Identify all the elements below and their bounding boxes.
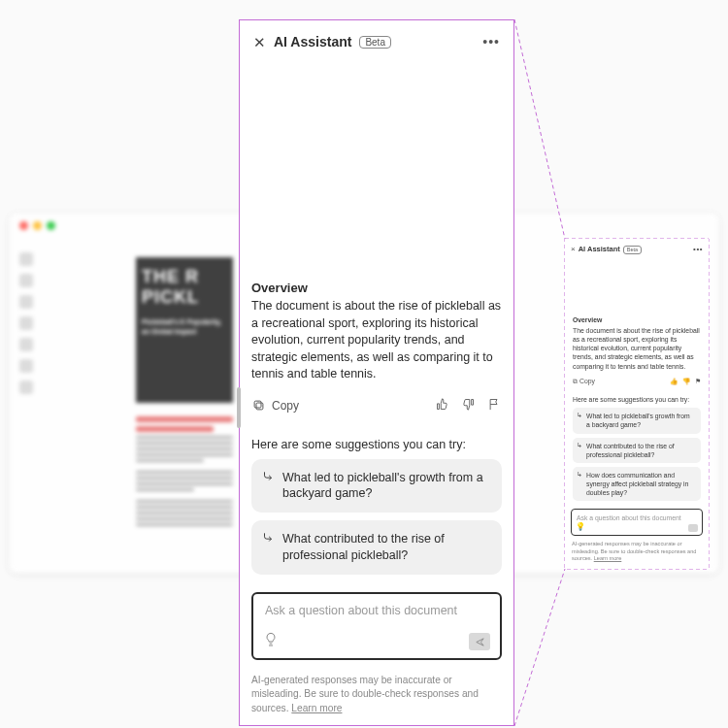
copy-icon (251, 398, 266, 413)
beta-badge: Beta (359, 36, 391, 49)
disclaimer-text: AI-generated responses may be inaccurate… (251, 675, 479, 713)
overview-heading: Overview (251, 281, 502, 295)
suggestion-item[interactable]: What led to pickleball's growth from a b… (251, 459, 502, 513)
close-icon: × (571, 245, 576, 255)
thumbs-up-icon: 👍 (670, 377, 678, 385)
more-options-button[interactable]: ••• (482, 39, 500, 46)
overview-body: The document is about the rise of pickle… (573, 326, 701, 371)
lightbulb-icon (263, 632, 279, 647)
svg-line-1 (514, 569, 565, 726)
panel-body: Overview The document is about the rise … (240, 57, 513, 577)
background-sidebar (19, 252, 37, 394)
panel-title: AI Assistant (579, 245, 620, 254)
flag-icon (487, 397, 502, 412)
suggestion-item[interactable]: What contributed to the rise of professi… (251, 520, 502, 575)
thumbs-up-button[interactable] (435, 397, 449, 414)
bg-hero-line: THE R (142, 267, 227, 287)
response-actions: Copy (251, 397, 502, 414)
suggestion-item: What contributed to the rise of professi… (573, 438, 701, 463)
thumbs-down-button[interactable] (461, 397, 476, 414)
suggestion-arrow-icon (261, 531, 275, 545)
suggestion-text: What led to pickleball's growth from a b… (282, 471, 483, 501)
beta-badge: Beta (623, 246, 642, 254)
svg-rect-3 (256, 403, 263, 410)
disclaimer: AI-generated responses may be inaccurate… (565, 536, 709, 563)
send-icon (475, 637, 485, 647)
flag-icon: ⚑ (695, 377, 701, 385)
close-button[interactable]: ✕ (253, 35, 266, 50)
overview-body: The document is about the rise of pickle… (251, 298, 502, 383)
thumbs-up-icon (435, 397, 449, 412)
hint-button[interactable] (263, 632, 279, 650)
suggestions-heading: Here are some suggestions you can try: (251, 438, 502, 451)
scrollbar-thumb[interactable] (237, 387, 241, 428)
suggestions-heading: Here are some suggestions you can try: (573, 395, 701, 404)
more-icon: ••• (693, 245, 703, 255)
copy-label: Copy (272, 399, 299, 413)
background-document-preview: THE R PICKL Pickleball's E Popularity, a… (136, 257, 233, 548)
thumbs-down-icon: 👎 (682, 377, 690, 385)
question-input: Ask a question about this document 💡 (571, 509, 703, 536)
send-button[interactable] (469, 633, 490, 650)
window-traffic-lights (19, 221, 55, 230)
send-icon (688, 524, 698, 532)
overview-heading: Overview (573, 315, 701, 324)
copy-button[interactable]: Copy (251, 398, 299, 413)
thumbs-down-icon (461, 397, 476, 412)
bg-hero-sub: Pickleball's E Popularity, an Global Imp… (142, 317, 227, 337)
disclaimer: AI-generated responses may be inaccurate… (240, 668, 513, 725)
suggestion-arrow-icon (261, 470, 275, 483)
suggestion-item: What led to pickleball's growth from a b… (573, 408, 701, 433)
suggestion-text: What contributed to the rise of professi… (282, 532, 445, 562)
ai-assistant-panel: ✕ AI Assistant Beta ••• Overview The doc… (239, 19, 514, 726)
svg-rect-4 (254, 401, 261, 408)
svg-line-0 (514, 19, 565, 239)
question-input[interactable]: Ask a question about this document (251, 592, 502, 660)
panel-header: ✕ AI Assistant Beta ••• (240, 20, 513, 57)
bg-hero-line: PICKL (142, 287, 227, 308)
flag-button[interactable] (487, 397, 502, 414)
learn-more-link[interactable]: Learn more (291, 703, 342, 713)
ai-assistant-panel-thumbnail: × AI Assistant Beta ••• Overview The doc… (565, 239, 709, 569)
panel-title: AI Assistant (274, 34, 351, 50)
input-placeholder: Ask a question about this document (265, 604, 457, 617)
hint-icon: 💡 (576, 522, 585, 533)
suggestion-item: How does communication and synergy affec… (573, 467, 701, 502)
copy-button: ⧉ Copy (573, 377, 595, 385)
